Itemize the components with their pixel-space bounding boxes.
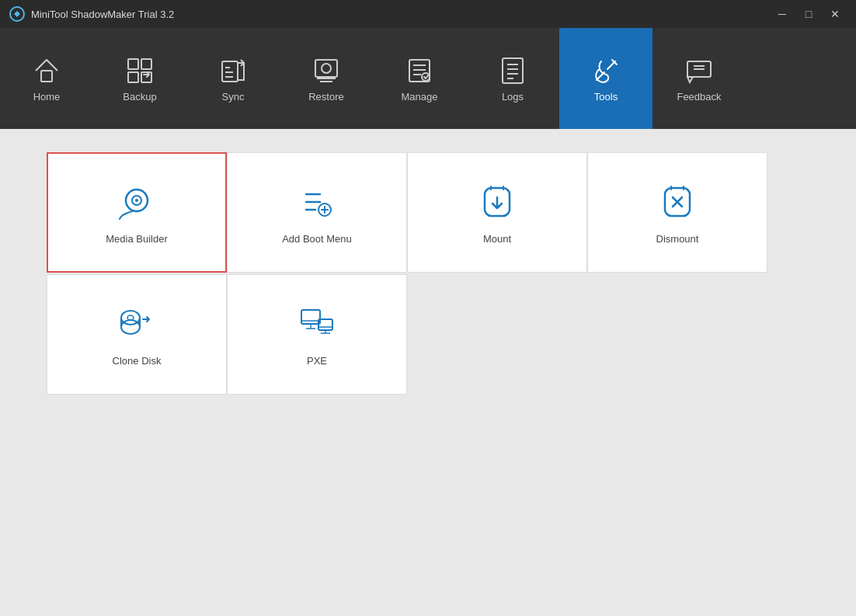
svg-point-10 bbox=[422, 73, 430, 81]
tool-add-boot-menu[interactable]: Add Boot Menu bbox=[227, 152, 407, 273]
svg-point-8 bbox=[322, 64, 331, 73]
nav-logs[interactable]: Logs bbox=[466, 28, 559, 129]
svg-rect-4 bbox=[128, 72, 138, 82]
maximize-button[interactable]: □ bbox=[797, 5, 820, 23]
svg-rect-7 bbox=[315, 60, 337, 77]
nav-restore-label: Restore bbox=[308, 91, 344, 103]
add-boot-menu-label: Add Boot Menu bbox=[282, 233, 352, 245]
nav-logs-label: Logs bbox=[502, 91, 524, 103]
nav-backup-label: Backup bbox=[123, 91, 156, 103]
nav-tools-label: Tools bbox=[594, 91, 618, 103]
close-button[interactable]: ✕ bbox=[823, 5, 847, 23]
mount-label: Mount bbox=[483, 233, 511, 245]
manage-icon bbox=[404, 55, 435, 86]
tool-mount[interactable]: Mount bbox=[407, 152, 587, 273]
tool-dismount[interactable]: Dismount bbox=[587, 152, 767, 273]
clone-disk-label: Clone Disk bbox=[113, 355, 162, 367]
navbar: Home Backup Sync Restore bbox=[0, 28, 856, 129]
svg-point-28 bbox=[121, 320, 140, 334]
nav-sync[interactable]: Sync bbox=[186, 28, 280, 129]
tool-clone-disk[interactable]: Clone Disk bbox=[47, 274, 227, 395]
svg-point-15 bbox=[135, 199, 138, 202]
media-builder-icon bbox=[115, 180, 158, 224]
mount-icon bbox=[475, 180, 519, 224]
backup-icon bbox=[124, 55, 155, 86]
dismount-icon bbox=[656, 180, 699, 224]
main-content: Media Builder Add Boot Menu Mount bbox=[0, 129, 856, 616]
clone-disk-icon bbox=[115, 302, 158, 346]
window-controls: ─ □ ✕ bbox=[771, 5, 847, 23]
tools-row-1: Media Builder Add Boot Menu Mount bbox=[47, 152, 809, 273]
app-title: MiniTool ShadowMaker Trial 3.2 bbox=[31, 9, 771, 20]
nav-manage-label: Manage bbox=[402, 91, 438, 103]
nav-sync-label: Sync bbox=[222, 91, 245, 103]
svg-rect-1 bbox=[41, 71, 52, 82]
nav-home-label: Home bbox=[33, 91, 61, 103]
media-builder-label: Media Builder bbox=[106, 233, 168, 245]
app-logo-icon bbox=[9, 6, 25, 22]
home-icon bbox=[31, 55, 62, 86]
svg-rect-2 bbox=[128, 59, 138, 69]
titlebar: MiniTool ShadowMaker Trial 3.2 ─ □ ✕ bbox=[0, 0, 856, 28]
svg-rect-29 bbox=[301, 310, 320, 324]
nav-backup[interactable]: Backup bbox=[93, 28, 186, 129]
nav-restore[interactable]: Restore bbox=[280, 28, 373, 129]
minimize-button[interactable]: ─ bbox=[771, 5, 794, 23]
tools-row-2: Clone Disk PXE bbox=[47, 274, 809, 395]
nav-manage[interactable]: Manage bbox=[373, 28, 466, 129]
pxe-label: PXE bbox=[307, 355, 327, 367]
svg-rect-3 bbox=[141, 59, 151, 69]
restore-icon bbox=[311, 55, 342, 86]
nav-home[interactable]: Home bbox=[0, 28, 93, 129]
add-boot-menu-icon bbox=[295, 180, 339, 224]
tools-icon bbox=[590, 55, 621, 86]
nav-tools[interactable]: Tools bbox=[559, 28, 652, 129]
tool-pxe[interactable]: PXE bbox=[227, 274, 407, 395]
nav-feedback-label: Feedback bbox=[677, 91, 721, 103]
dismount-label: Dismount bbox=[656, 233, 699, 245]
feedback-icon bbox=[684, 55, 715, 86]
svg-rect-11 bbox=[503, 58, 523, 83]
nav-feedback[interactable]: Feedback bbox=[652, 28, 746, 129]
logs-icon bbox=[497, 55, 528, 86]
sync-icon bbox=[217, 55, 249, 86]
pxe-icon bbox=[295, 302, 339, 346]
tool-media-builder[interactable]: Media Builder bbox=[47, 152, 227, 273]
